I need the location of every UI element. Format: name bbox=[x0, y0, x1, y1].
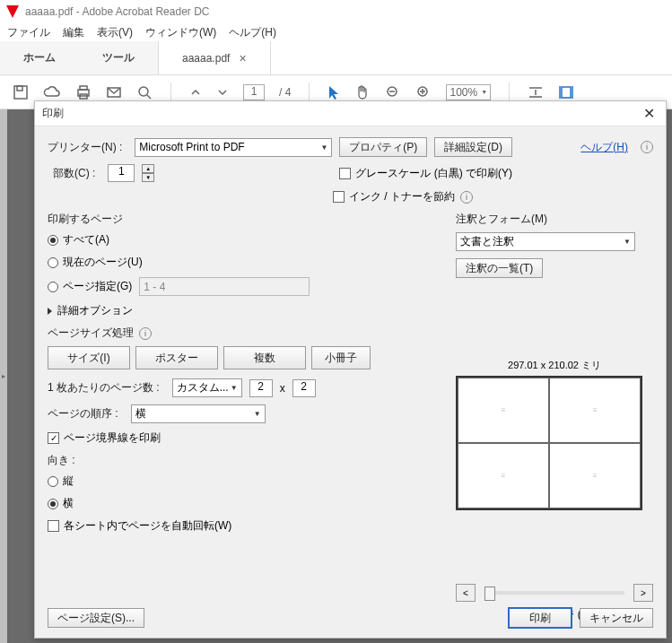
size-button[interactable]: サイズ(I) bbox=[48, 346, 130, 369]
svg-rect-4 bbox=[80, 86, 87, 90]
page-up-icon[interactable] bbox=[189, 86, 202, 99]
svg-point-7 bbox=[139, 87, 148, 96]
menu-view[interactable]: 表示(V) bbox=[97, 25, 133, 40]
hand-icon[interactable] bbox=[354, 84, 371, 100]
dialog-title: 印刷 bbox=[42, 106, 64, 121]
pages-group-label: 印刷するページ bbox=[48, 212, 449, 227]
comments-group-label: 注釈とフォーム(M) bbox=[456, 212, 653, 227]
cloud-icon[interactable] bbox=[43, 84, 61, 100]
pages-range-radio[interactable]: ページ指定(G) bbox=[48, 279, 132, 294]
titlebar: aaaaa.pdf - Adobe Acrobat Reader DC bbox=[0, 0, 672, 23]
pages-range-input[interactable]: 1 - 4 bbox=[139, 277, 310, 296]
info-icon[interactable]: i bbox=[139, 327, 152, 340]
x-label: x bbox=[280, 382, 285, 395]
svg-rect-17 bbox=[562, 87, 571, 98]
landscape-radio[interactable]: 横 bbox=[48, 496, 74, 511]
svg-rect-2 bbox=[17, 86, 22, 91]
pages-per-sheet-cols[interactable]: 2 bbox=[249, 379, 273, 397]
size-group-label: ページサイズ処理 bbox=[48, 326, 134, 339]
preview-cell: ≡ bbox=[549, 378, 641, 443]
printer-label: プリンター(N) : bbox=[48, 140, 122, 155]
copies-input[interactable]: 1 bbox=[108, 164, 135, 182]
fit-width-icon[interactable] bbox=[528, 84, 544, 100]
page-count: / 4 bbox=[279, 86, 291, 99]
mail-icon[interactable] bbox=[106, 84, 122, 100]
zoom-in-icon[interactable] bbox=[415, 84, 432, 100]
print-dialog: 印刷 ✕ プリンター(N) : Microsoft Print to PDF▼ … bbox=[34, 100, 667, 639]
pages-per-sheet-label: 1 枚あたりのページ数 : bbox=[48, 380, 160, 395]
portrait-radio[interactable]: 縦 bbox=[48, 474, 74, 489]
advanced-settings-button[interactable]: 詳細設定(D) bbox=[434, 137, 512, 157]
page-order-select[interactable]: 横▼ bbox=[131, 404, 266, 423]
tab-bar: ホーム ツール aaaaa.pdf × bbox=[0, 41, 672, 75]
help-link[interactable]: ヘルプ(H) bbox=[580, 140, 628, 155]
pages-all-radio[interactable]: すべて(A) bbox=[48, 232, 109, 248]
menu-window[interactable]: ウィンドウ(W) bbox=[145, 25, 216, 40]
menu-edit[interactable]: 編集 bbox=[63, 25, 84, 40]
zoom-select[interactable]: 100%▼ bbox=[446, 84, 491, 100]
zoom-out-icon[interactable] bbox=[385, 84, 401, 100]
pages-per-sheet-rows[interactable]: 2 bbox=[292, 379, 316, 397]
save-icon[interactable] bbox=[13, 84, 29, 100]
save-toner-checkbox[interactable]: インク / トナーを節約 bbox=[333, 189, 455, 204]
booklet-button[interactable]: 小冊子 bbox=[311, 346, 371, 369]
tab-tools[interactable]: ツール bbox=[79, 41, 158, 74]
print-preview: ≡ ≡ ≡ ≡ bbox=[456, 376, 642, 510]
grayscale-checkbox[interactable]: グレースケール (白黒) で印刷(Y) bbox=[339, 166, 512, 181]
svg-line-8 bbox=[147, 95, 151, 99]
cursor-icon[interactable] bbox=[327, 84, 340, 100]
app-title: aaaaa.pdf - Adobe Acrobat Reader DC bbox=[25, 5, 209, 18]
print-button[interactable]: 印刷 bbox=[508, 607, 572, 629]
expand-icon bbox=[48, 308, 52, 315]
tab-document[interactable]: aaaaa.pdf × bbox=[158, 41, 271, 74]
comments-summary-button[interactable]: 注釈の一覧(T) bbox=[456, 258, 543, 278]
menu-help[interactable]: ヘルプ(H) bbox=[229, 25, 276, 40]
copies-label: 部数(C) : bbox=[53, 166, 95, 181]
menubar: ファイル 編集 表示(V) ウィンドウ(W) ヘルプ(H) bbox=[0, 23, 672, 41]
search-icon[interactable] bbox=[136, 84, 153, 100]
preview-prev-button[interactable]: < bbox=[456, 584, 476, 602]
preview-next-button[interactable]: > bbox=[633, 584, 653, 602]
print-border-checkbox[interactable]: ページ境界線を印刷 bbox=[48, 430, 161, 446]
acrobat-icon bbox=[5, 4, 20, 19]
sidebar-splitter[interactable] bbox=[0, 109, 7, 643]
menu-file[interactable]: ファイル bbox=[7, 25, 50, 40]
printer-select[interactable]: Microsoft Print to PDF▼ bbox=[135, 138, 332, 157]
tab-home[interactable]: ホーム bbox=[0, 41, 79, 74]
poster-button[interactable]: ポスター bbox=[135, 346, 218, 369]
page-down-icon[interactable] bbox=[216, 86, 229, 99]
comments-select[interactable]: 文書と注釈▼ bbox=[456, 232, 635, 251]
page-number-input[interactable]: 1 bbox=[243, 84, 265, 100]
auto-rotate-checkbox[interactable]: 各シート内でページを自動回転(W) bbox=[48, 518, 231, 534]
preview-cell: ≡ bbox=[458, 443, 549, 508]
pages-per-sheet-select[interactable]: カスタム...▼ bbox=[172, 378, 242, 397]
preview-cell: ≡ bbox=[458, 378, 549, 443]
print-icon[interactable] bbox=[75, 84, 92, 100]
preview-cell: ≡ bbox=[549, 443, 641, 508]
cancel-button[interactable]: キャンセル bbox=[580, 608, 653, 628]
dialog-titlebar: 印刷 ✕ bbox=[35, 101, 666, 126]
copies-spinner[interactable]: ▲▼ bbox=[142, 164, 154, 182]
preview-slider[interactable] bbox=[484, 591, 624, 595]
info-icon[interactable]: i bbox=[460, 191, 473, 204]
multiple-button[interactable]: 複数 bbox=[223, 346, 306, 369]
page-setup-button[interactable]: ページ設定(S)... bbox=[48, 608, 144, 628]
orientation-label: 向き : bbox=[48, 453, 449, 468]
more-options-toggle[interactable]: 詳細オプション bbox=[48, 303, 449, 318]
info-icon[interactable]: i bbox=[641, 141, 653, 153]
close-icon[interactable]: × bbox=[239, 51, 246, 65]
preview-dimensions: 297.01 x 210.02 ミリ bbox=[456, 359, 653, 372]
properties-button[interactable]: プロパティ(P) bbox=[339, 137, 427, 157]
fit-page-icon[interactable] bbox=[558, 84, 574, 100]
svg-rect-1 bbox=[14, 86, 27, 99]
page-order-label: ページの順序 : bbox=[48, 406, 118, 421]
close-button[interactable]: ✕ bbox=[640, 105, 659, 122]
pages-current-radio[interactable]: 現在のページ(U) bbox=[48, 255, 143, 270]
